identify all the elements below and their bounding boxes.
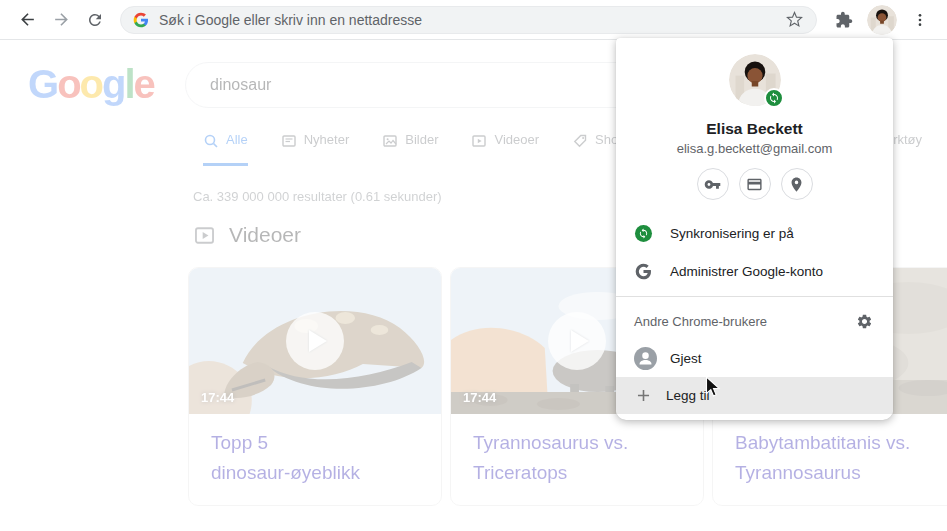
profile-email: elisa.g.beckett@gmail.com bbox=[616, 141, 893, 156]
logo-letter: e bbox=[134, 62, 154, 106]
reload-icon bbox=[86, 11, 104, 29]
location-pin-icon bbox=[788, 176, 805, 193]
other-users-header: Andre Chrome-brukere bbox=[634, 314, 767, 329]
video-title-line: Tyrannosaurus bbox=[735, 458, 943, 488]
passwords-button[interactable] bbox=[697, 168, 729, 200]
result-stats: Ca. 339 000 000 resultater (0.61 sekunde… bbox=[193, 189, 442, 204]
back-button[interactable] bbox=[10, 3, 44, 37]
video-title-line: dinosaur-øyeblikk bbox=[211, 458, 419, 488]
browser-toolbar: Søk i Google eller skriv inn en nettadre… bbox=[0, 0, 947, 40]
browser-window: Søk i Google eller skriv inn en nettadre… bbox=[0, 0, 947, 531]
key-icon bbox=[704, 176, 721, 193]
video-title-link[interactable]: Topp 5 dinosaur-øyeblikk bbox=[189, 414, 441, 502]
images-icon bbox=[382, 133, 398, 149]
reload-button[interactable] bbox=[78, 3, 112, 37]
payment-methods-button[interactable] bbox=[739, 168, 771, 200]
address-bar[interactable]: Søk i Google eller skriv inn en nettadre… bbox=[120, 6, 817, 34]
profile-avatar-large bbox=[729, 54, 781, 106]
video-thumbnail[interactable]: 17:44 bbox=[189, 268, 441, 414]
forward-arrow-icon bbox=[52, 10, 71, 29]
play-button[interactable] bbox=[286, 312, 344, 370]
tab-label: Bilder bbox=[405, 132, 438, 147]
profile-menu: Elisa Beckett elisa.g.beckett@gmail.com … bbox=[616, 38, 893, 420]
payment-card-icon bbox=[746, 176, 763, 193]
video-title-line: Babytambatitanis vs. bbox=[735, 428, 943, 458]
tab-videoer[interactable]: Videoer bbox=[471, 132, 539, 166]
sync-status-label: Synkronisering er på bbox=[670, 226, 794, 241]
guest-label: Gjest bbox=[670, 351, 702, 366]
result-tabs: Alle Nyheter Bilder Videoer Shopping bbox=[203, 132, 650, 166]
video-card[interactable]: 17:44 Topp 5 dinosaur-øyeblikk bbox=[188, 267, 442, 506]
videos-section-title: Videoer bbox=[229, 223, 301, 247]
other-users-section: Andre Chrome-brukere bbox=[616, 303, 893, 339]
guest-avatar-icon bbox=[634, 347, 657, 370]
profile-menu-header: Elisa Beckett elisa.g.beckett@gmail.com bbox=[616, 38, 893, 200]
video-title-line: Topp 5 bbox=[211, 428, 419, 458]
add-user-item[interactable]: Legg til bbox=[616, 377, 893, 414]
manage-users-button[interactable] bbox=[856, 313, 873, 330]
sync-on-icon bbox=[634, 224, 652, 242]
forward-button[interactable] bbox=[44, 3, 78, 37]
google-logo: Google bbox=[28, 62, 154, 107]
extensions-button[interactable] bbox=[827, 3, 861, 37]
guest-user-item[interactable]: Gjest bbox=[616, 339, 893, 377]
address-bar-placeholder: Søk i Google eller skriv inn en nettadre… bbox=[159, 12, 782, 28]
logo-letter: G bbox=[28, 62, 57, 106]
star-icon bbox=[786, 11, 803, 28]
back-arrow-icon bbox=[18, 10, 37, 29]
profile-avatar-button[interactable] bbox=[867, 5, 897, 35]
add-user-label: Legg til bbox=[666, 388, 710, 403]
gear-icon bbox=[856, 313, 873, 330]
menu-divider bbox=[616, 296, 893, 297]
profile-quick-actions bbox=[616, 168, 893, 200]
tab-label: Nyheter bbox=[304, 132, 350, 147]
play-icon bbox=[571, 330, 589, 352]
plus-icon bbox=[634, 386, 653, 405]
logo-letter: g bbox=[102, 62, 124, 106]
logo-letter: o bbox=[57, 62, 79, 106]
google-g-icon bbox=[133, 12, 149, 28]
search-query-text: dinosaur bbox=[210, 76, 271, 94]
puzzle-icon bbox=[835, 11, 853, 29]
video-title-line: Tyrannosaurus vs. bbox=[473, 428, 681, 458]
addresses-button[interactable] bbox=[781, 168, 813, 200]
video-title-link[interactable]: Tyrannosaurus vs. Triceratops bbox=[451, 414, 703, 502]
tab-label: Alle bbox=[226, 132, 248, 147]
video-title-link[interactable]: Babytambatitanis vs. Tyrannosaurus bbox=[713, 414, 947, 502]
play-button[interactable] bbox=[548, 312, 606, 370]
logo-letter: o bbox=[80, 62, 102, 106]
search-icon bbox=[203, 133, 219, 149]
kebab-menu-icon bbox=[912, 12, 928, 28]
tab-bilder[interactable]: Bilder bbox=[382, 132, 438, 166]
bookmark-star-button[interactable] bbox=[782, 8, 806, 32]
tab-alle[interactable]: Alle bbox=[203, 132, 248, 166]
tab-nyheter[interactable]: Nyheter bbox=[281, 132, 350, 166]
play-icon bbox=[309, 330, 327, 352]
logo-letter: l bbox=[124, 62, 133, 106]
profile-name: Elisa Beckett bbox=[616, 120, 893, 138]
shopping-tag-icon bbox=[572, 133, 588, 149]
sync-status-item[interactable]: Synkronisering er på bbox=[616, 214, 893, 252]
video-section-icon bbox=[194, 225, 215, 246]
videos-icon bbox=[471, 133, 487, 149]
sync-on-badge-icon bbox=[764, 88, 784, 108]
video-duration: 17:44 bbox=[463, 390, 496, 405]
manage-account-label: Administrer Google-konto bbox=[670, 264, 823, 279]
video-title-line: Triceratops bbox=[473, 458, 681, 488]
videos-section-heading: Videoer bbox=[194, 223, 301, 247]
chrome-menu-button[interactable] bbox=[903, 3, 937, 37]
video-duration: 17:44 bbox=[201, 390, 234, 405]
news-icon bbox=[281, 133, 297, 149]
manage-google-account-item[interactable]: Administrer Google-konto bbox=[616, 252, 893, 290]
user-avatar bbox=[867, 5, 897, 35]
google-g-gray-icon bbox=[634, 262, 652, 280]
tab-label: Videoer bbox=[494, 132, 539, 147]
